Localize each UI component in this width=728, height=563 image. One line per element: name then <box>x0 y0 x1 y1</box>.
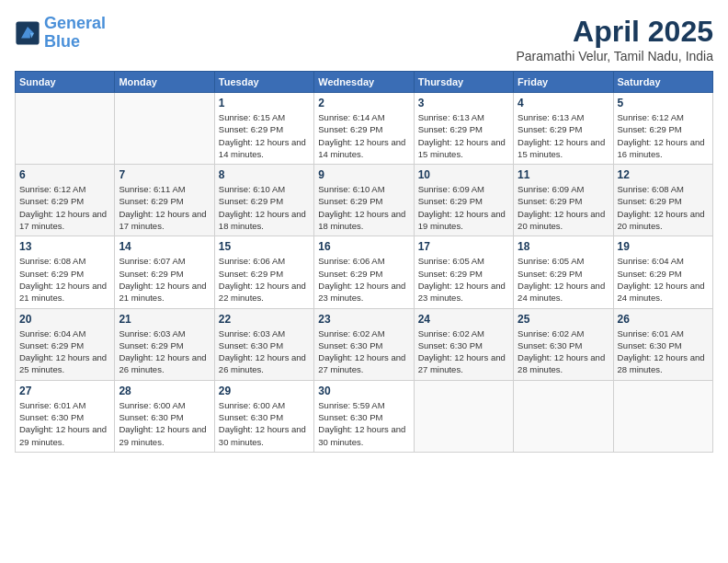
day-cell: 24Sunrise: 6:02 AM Sunset: 6:30 PM Dayli… <box>414 308 513 380</box>
header-cell-sunday: Sunday <box>16 72 115 93</box>
day-number: 9 <box>318 168 409 181</box>
day-cell: 23Sunrise: 6:02 AM Sunset: 6:30 PM Dayli… <box>314 308 414 380</box>
day-number: 16 <box>318 240 409 253</box>
day-number: 20 <box>19 313 110 326</box>
day-cell: 1Sunrise: 6:15 AM Sunset: 6:29 PM Daylig… <box>214 93 313 165</box>
day-cell: 12Sunrise: 6:08 AM Sunset: 6:29 PM Dayli… <box>613 165 712 236</box>
day-number: 2 <box>318 97 409 109</box>
calendar-table: SundayMondayTuesdayWednesdayThursdayFrid… <box>15 71 713 453</box>
header-cell-wednesday: Wednesday <box>314 72 414 93</box>
day-cell: 29Sunrise: 6:00 AM Sunset: 6:30 PM Dayli… <box>214 380 313 452</box>
day-cell: 16Sunrise: 6:06 AM Sunset: 6:29 PM Dayli… <box>314 236 414 308</box>
header-row: SundayMondayTuesdayWednesdayThursdayFrid… <box>16 72 713 93</box>
day-info: Sunrise: 6:08 AM Sunset: 6:29 PM Dayligh… <box>19 255 110 304</box>
day-cell <box>514 380 613 452</box>
day-number: 28 <box>119 385 210 397</box>
day-cell: 11Sunrise: 6:09 AM Sunset: 6:29 PM Dayli… <box>514 165 613 236</box>
calendar-subtitle: Paramathi Velur, Tamil Nadu, India <box>516 49 713 63</box>
day-info: Sunrise: 6:03 AM Sunset: 6:29 PM Dayligh… <box>119 327 210 376</box>
day-cell: 9Sunrise: 6:10 AM Sunset: 6:29 PM Daylig… <box>314 165 414 236</box>
week-row-2: 6Sunrise: 6:12 AM Sunset: 6:29 PM Daylig… <box>16 165 713 236</box>
day-info: Sunrise: 6:00 AM Sunset: 6:30 PM Dayligh… <box>219 399 310 448</box>
day-cell <box>115 93 214 165</box>
day-info: Sunrise: 6:15 AM Sunset: 6:29 PM Dayligh… <box>219 111 310 160</box>
day-info: Sunrise: 6:07 AM Sunset: 6:29 PM Dayligh… <box>119 255 210 304</box>
day-number: 30 <box>318 385 409 397</box>
day-number: 21 <box>119 313 210 326</box>
day-info: Sunrise: 6:12 AM Sunset: 6:29 PM Dayligh… <box>618 111 709 160</box>
day-info: Sunrise: 6:02 AM Sunset: 6:30 PM Dayligh… <box>318 327 409 376</box>
week-row-1: 1Sunrise: 6:15 AM Sunset: 6:29 PM Daylig… <box>16 93 713 165</box>
day-cell <box>16 93 115 165</box>
header-cell-saturday: Saturday <box>613 72 712 93</box>
day-number: 26 <box>618 313 709 326</box>
day-info: Sunrise: 6:10 AM Sunset: 6:29 PM Dayligh… <box>318 183 409 232</box>
day-number: 23 <box>318 313 409 326</box>
day-cell <box>613 380 712 452</box>
day-number: 1 <box>219 97 310 109</box>
day-number: 22 <box>219 313 310 326</box>
day-number: 5 <box>618 97 709 109</box>
day-number: 13 <box>19 240 110 253</box>
day-info: Sunrise: 6:01 AM Sunset: 6:30 PM Dayligh… <box>618 327 709 376</box>
day-cell: 8Sunrise: 6:10 AM Sunset: 6:29 PM Daylig… <box>214 165 313 236</box>
day-number: 8 <box>219 168 310 181</box>
calendar-title: April 2025 <box>516 15 713 49</box>
day-number: 19 <box>618 240 709 253</box>
day-number: 15 <box>219 240 310 253</box>
header-cell-thursday: Thursday <box>414 72 513 93</box>
day-cell: 4Sunrise: 6:13 AM Sunset: 6:29 PM Daylig… <box>514 93 613 165</box>
day-number: 18 <box>518 240 609 253</box>
day-info: Sunrise: 6:12 AM Sunset: 6:29 PM Dayligh… <box>19 183 110 232</box>
day-info: Sunrise: 6:04 AM Sunset: 6:29 PM Dayligh… <box>19 327 110 376</box>
day-cell: 25Sunrise: 6:02 AM Sunset: 6:30 PM Dayli… <box>514 308 613 380</box>
day-number: 3 <box>418 97 509 109</box>
day-cell <box>414 380 513 452</box>
day-cell: 22Sunrise: 6:03 AM Sunset: 6:30 PM Dayli… <box>214 308 313 380</box>
day-number: 27 <box>19 385 110 397</box>
day-cell: 17Sunrise: 6:05 AM Sunset: 6:29 PM Dayli… <box>414 236 513 308</box>
day-cell: 26Sunrise: 6:01 AM Sunset: 6:30 PM Dayli… <box>613 308 712 380</box>
day-cell: 6Sunrise: 6:12 AM Sunset: 6:29 PM Daylig… <box>16 165 115 236</box>
calendar-body: 1Sunrise: 6:15 AM Sunset: 6:29 PM Daylig… <box>16 93 713 453</box>
day-number: 24 <box>418 313 509 326</box>
day-info: Sunrise: 6:05 AM Sunset: 6:29 PM Dayligh… <box>518 255 609 304</box>
day-info: Sunrise: 6:00 AM Sunset: 6:30 PM Dayligh… <box>119 399 210 448</box>
day-info: Sunrise: 6:09 AM Sunset: 6:29 PM Dayligh… <box>418 183 509 232</box>
day-cell: 10Sunrise: 6:09 AM Sunset: 6:29 PM Dayli… <box>414 165 513 236</box>
day-info: Sunrise: 6:06 AM Sunset: 6:29 PM Dayligh… <box>219 255 310 304</box>
day-number: 17 <box>418 240 509 253</box>
day-cell: 3Sunrise: 6:13 AM Sunset: 6:29 PM Daylig… <box>414 93 513 165</box>
day-cell: 27Sunrise: 6:01 AM Sunset: 6:30 PM Dayli… <box>16 380 115 452</box>
day-cell: 19Sunrise: 6:04 AM Sunset: 6:29 PM Dayli… <box>613 236 712 308</box>
logo-icon <box>15 20 40 46</box>
day-cell: 14Sunrise: 6:07 AM Sunset: 6:29 PM Dayli… <box>115 236 214 308</box>
day-cell: 28Sunrise: 6:00 AM Sunset: 6:30 PM Dayli… <box>115 380 214 452</box>
day-info: Sunrise: 5:59 AM Sunset: 6:30 PM Dayligh… <box>318 399 409 448</box>
day-number: 14 <box>119 240 210 253</box>
day-info: Sunrise: 6:03 AM Sunset: 6:30 PM Dayligh… <box>219 327 310 376</box>
day-info: Sunrise: 6:09 AM Sunset: 6:29 PM Dayligh… <box>518 183 609 232</box>
day-info: Sunrise: 6:05 AM Sunset: 6:29 PM Dayligh… <box>418 255 509 304</box>
day-info: Sunrise: 6:02 AM Sunset: 6:30 PM Dayligh… <box>518 327 609 376</box>
title-area: April 2025 Paramathi Velur, Tamil Nadu, … <box>516 15 713 63</box>
day-cell: 20Sunrise: 6:04 AM Sunset: 6:29 PM Dayli… <box>16 308 115 380</box>
week-row-5: 27Sunrise: 6:01 AM Sunset: 6:30 PM Dayli… <box>16 380 713 452</box>
day-cell: 7Sunrise: 6:11 AM Sunset: 6:29 PM Daylig… <box>115 165 214 236</box>
day-info: Sunrise: 6:11 AM Sunset: 6:29 PM Dayligh… <box>119 183 210 232</box>
day-cell: 2Sunrise: 6:14 AM Sunset: 6:29 PM Daylig… <box>314 93 414 165</box>
header-cell-tuesday: Tuesday <box>214 72 313 93</box>
day-number: 25 <box>518 313 609 326</box>
logo: General Blue <box>15 15 106 52</box>
calendar-header: SundayMondayTuesdayWednesdayThursdayFrid… <box>16 72 713 93</box>
day-info: Sunrise: 6:01 AM Sunset: 6:30 PM Dayligh… <box>19 399 110 448</box>
day-number: 29 <box>219 385 310 397</box>
week-row-4: 20Sunrise: 6:04 AM Sunset: 6:29 PM Dayli… <box>16 308 713 380</box>
day-info: Sunrise: 6:02 AM Sunset: 6:30 PM Dayligh… <box>418 327 509 376</box>
header-cell-friday: Friday <box>514 72 613 93</box>
day-number: 10 <box>418 168 509 181</box>
day-info: Sunrise: 6:10 AM Sunset: 6:29 PM Dayligh… <box>219 183 310 232</box>
day-info: Sunrise: 6:04 AM Sunset: 6:29 PM Dayligh… <box>618 255 709 304</box>
day-number: 4 <box>518 97 609 109</box>
day-info: Sunrise: 6:13 AM Sunset: 6:29 PM Dayligh… <box>418 111 509 160</box>
